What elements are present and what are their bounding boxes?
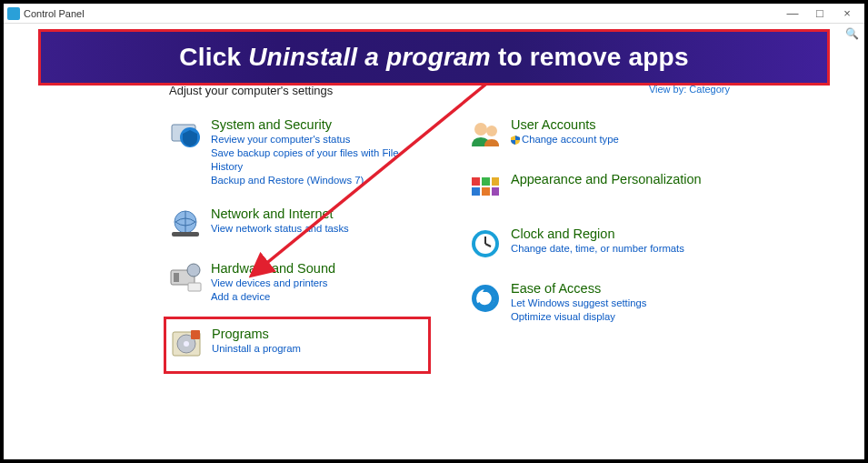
shield-icon — [511, 136, 520, 145]
svg-point-11 — [184, 341, 189, 347]
category-appearance[interactable]: Appearance and Personalization — [467, 167, 731, 211]
window-frame: Control Panel — □ × 🔍 Click Uninstall a … — [0, 0, 868, 463]
link-devices-printers[interactable]: View devices and printers — [211, 277, 335, 290]
link-review-status[interactable]: Review your computer's status — [211, 133, 427, 146]
svg-rect-12 — [191, 330, 200, 339]
category-network-internet[interactable]: Network and Internet View network status… — [167, 202, 431, 246]
user-accounts-icon — [467, 116, 504, 153]
maximize-button[interactable]: □ — [806, 6, 833, 20]
svg-rect-15 — [472, 177, 480, 186]
link-date-time-formats[interactable]: Change date, time, or number formats — [511, 242, 684, 256]
category-title[interactable]: Programs — [212, 326, 301, 342]
category-title[interactable]: Hardware and Sound — [211, 260, 335, 277]
link-backup-restore[interactable]: Backup and Restore (Windows 7) — [211, 174, 427, 187]
instruction-banner: Click Uninstall a program to remove apps — [38, 29, 830, 86]
svg-rect-18 — [472, 187, 480, 196]
banner-prefix: Click — [179, 43, 248, 71]
app-icon — [7, 7, 20, 20]
clock-icon — [467, 226, 504, 262]
programs-icon — [168, 326, 205, 362]
svg-rect-6 — [174, 273, 179, 282]
minimize-button[interactable]: — — [779, 6, 806, 20]
category-title[interactable]: Network and Internet — [211, 206, 349, 222]
banner-italic: Uninstall a program — [248, 43, 491, 71]
page-heading: Adjust your computer's settings — [169, 84, 333, 97]
category-title[interactable]: Clock and Region — [511, 226, 684, 242]
network-icon — [167, 206, 204, 242]
category-title[interactable]: Ease of Access — [511, 280, 646, 297]
link-optimize-display[interactable]: Optimize visual display — [511, 310, 646, 324]
category-title[interactable]: Appearance and Personalization — [511, 171, 702, 187]
category-ease-of-access[interactable]: Ease of Access Let Windows suggest setti… — [467, 277, 731, 327]
category-system-security[interactable]: System and Security Review your computer… — [167, 113, 431, 191]
programs-highlight: Programs Uninstall a program — [164, 317, 431, 374]
category-title[interactable]: System and Security — [211, 116, 427, 133]
banner-suffix: to remove apps — [491, 43, 689, 71]
svg-point-7 — [187, 264, 200, 277]
svg-point-14 — [486, 126, 497, 136]
category-title[interactable]: User Accounts — [511, 116, 619, 133]
left-column: System and Security Review your computer… — [167, 113, 431, 374]
appearance-icon — [467, 171, 504, 207]
category-clock-region[interactable]: Clock and Region Change date, time, or n… — [467, 222, 731, 266]
link-file-history[interactable]: Save backup copies of your files with Fi… — [211, 146, 427, 174]
svg-rect-16 — [482, 177, 490, 186]
search-icon[interactable]: 🔍 — [845, 27, 859, 40]
svg-rect-20 — [492, 187, 499, 196]
close-button[interactable]: × — [833, 6, 861, 20]
ease-of-access-icon — [467, 280, 504, 317]
svg-rect-19 — [482, 187, 490, 196]
svg-rect-4 — [172, 232, 199, 237]
svg-rect-8 — [188, 283, 201, 291]
window-title: Control Panel — [24, 8, 85, 19]
category-hardware-sound[interactable]: Hardware and Sound View devices and prin… — [167, 257, 431, 307]
svg-point-13 — [474, 123, 487, 136]
link-windows-suggest[interactable]: Let Windows suggest settings — [511, 297, 646, 310]
category-user-accounts[interactable]: User Accounts Change account type — [467, 113, 731, 156]
link-add-device[interactable]: Add a device — [211, 290, 335, 304]
titlebar: Control Panel — □ × — [4, 4, 864, 24]
system-security-icon — [167, 116, 204, 153]
link-change-account-type[interactable]: Change account type — [511, 133, 619, 146]
link-network-status[interactable]: View network status and tasks — [211, 222, 349, 236]
svg-rect-17 — [492, 177, 499, 186]
category-programs[interactable]: Programs Uninstall a program — [168, 322, 423, 366]
right-column: User Accounts Change account type Appear… — [467, 113, 731, 374]
hardware-icon — [167, 260, 204, 297]
link-uninstall-program[interactable]: Uninstall a program — [212, 342, 301, 356]
